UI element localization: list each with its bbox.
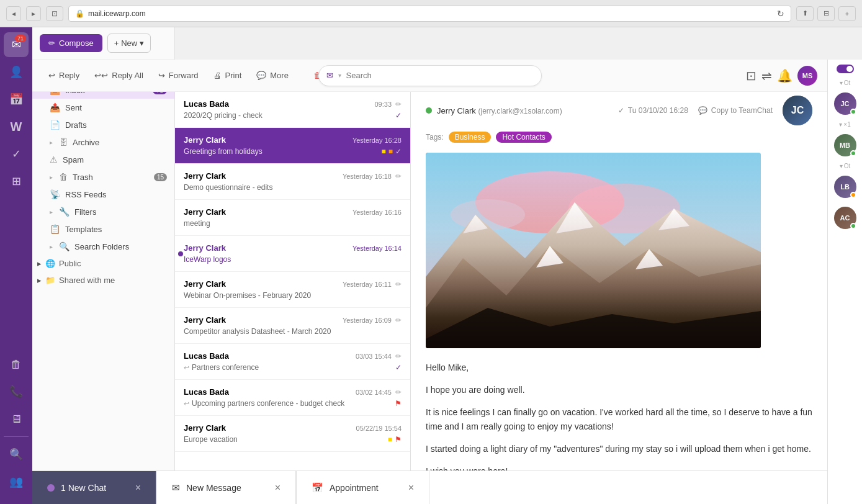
search-input[interactable] [346,71,534,80]
email-time: 03/03 15:44 [356,353,392,360]
sidebar-item-users[interactable]: 👥 [4,469,29,494]
email-subject: Demo questionnaire - edits [184,183,272,192]
section-collapse-1[interactable]: ▾ Ot [840,79,851,86]
appointment-action[interactable]: 📅 Appointment × [296,471,429,504]
email-item[interactable]: Jerry Clark 05/22/19 15:54 Europe vacati… [175,416,410,452]
reply-arrow-icon: ↩ [184,400,189,408]
back-button[interactable]: ◂ [6,6,21,21]
email-item[interactable]: Lucas Bada 03/03 15:44 ✏ ↩ Partners conf… [175,344,410,380]
folder-item-templates[interactable]: 📋 Templates [32,220,174,238]
folder-item-rss[interactable]: 📡 RSS Feeds [32,186,174,203]
email-date-text: Tu 03/10/20 16:28 [628,106,688,115]
new-chat-action[interactable]: 1 New Chat × [32,471,156,504]
edit-icon: ✏ [395,352,402,361]
email-item-unread[interactable]: Jerry Clark Yesterday 16:14 IceWarp logo… [175,236,410,272]
trash-icon: 🗑 [11,358,22,371]
copy-to-chat-button[interactable]: 💬 Copy to TeamChat [698,106,773,115]
compose-button[interactable]: ✏ Compose [40,34,102,52]
email-item[interactable]: Jerry Clark Yesterday 16:16 meeting [175,200,410,236]
sidebar-item-grid[interactable]: ⊞ [4,169,29,194]
folder-item-sent[interactable]: 📤 Sent [32,99,174,116]
share-button[interactable]: ⬆ [796,6,814,21]
sidebar-item-phone[interactable]: 📞 [4,379,29,404]
folder-item-trash[interactable]: ▸ 🗑 Trash 15 [32,168,174,186]
email-item[interactable]: Jerry Clark Yesterday 16:18 ✏ Demo quest… [175,164,410,200]
email-sender: Lucas Bada [184,99,229,109]
edit-icon: ✏ [395,316,402,325]
sidebar-item-contacts[interactable]: 👤 [4,60,29,84]
contact-item-3[interactable]: LB [834,176,856,198]
email-item[interactable]: Jerry Clark Yesterday 16:09 ✏ Competitor… [175,308,410,344]
monitor-icon: 🖥 [11,413,22,426]
section-1-label: Ot [844,79,851,86]
layout-toggle-button[interactable]: ⊡ [746,68,756,83]
filter-toggle-button[interactable]: ⇌ [761,68,772,83]
folder-item-drafts[interactable]: 📄 Drafts [32,116,174,133]
address-bar: 🔒 mail.icewarp.com ↻ [68,6,791,22]
contact-item-1[interactable]: JC [834,92,856,115]
section-collapse-3[interactable]: ▾ Ot [840,163,851,169]
folder-section-public[interactable]: ▸ 🌐 Public [32,255,174,272]
calendar-icon: 📅 [9,92,23,106]
reply-button[interactable]: ↩ Reply [42,67,86,84]
notification-button[interactable]: 🔔 [777,68,792,83]
folder-item-archive[interactable]: ▸ 🗄 Archive [32,133,174,151]
user-avatar[interactable]: MS [797,66,817,86]
sidebar-item-calendar[interactable]: 📅 [4,87,29,112]
email-item[interactable]: Lucas Bada 03/02 14:45 ✏ ↩ Upcoming part… [175,380,410,416]
sidebar-item-tasks[interactable]: W [4,114,29,139]
reply-arrow-icon: ↩ [184,364,189,372]
email-item[interactable]: Lucas Bada 09:33 ✏ 2020/2Q pricing - che… [175,92,410,128]
contacts-toggle[interactable] [837,65,854,73]
email-time: 05/22/19 15:54 [356,425,402,432]
sidebar-item-search[interactable]: 🔍 [4,442,29,467]
message-close-button[interactable]: × [275,482,281,493]
expand-button[interactable]: + [838,6,856,21]
folder-item-search-folders[interactable]: ▸ 🔍 Search Folders [32,238,174,255]
contact-item-2[interactable]: MB [834,134,856,156]
unread-dot [178,251,183,256]
refresh-button[interactable]: ↻ [777,9,784,19]
sidebar-item-monitor[interactable]: 🖥 [4,407,29,431]
section-collapse-2[interactable]: ▾ ×1 [839,121,850,128]
email-sender: Jerry Clark [184,315,226,325]
public-globe-icon: 🌐 [45,259,55,268]
contact-item-4[interactable]: AC [834,207,856,229]
chat-close-button[interactable]: × [135,482,141,493]
sidebar-item-trash[interactable]: 🗑 [4,352,29,377]
email-sender: Jerry Clark [184,135,226,145]
more-button[interactable]: 💬 More [250,67,295,84]
folder-item-spam[interactable]: ⚠ Spam [32,151,174,168]
email-item-selected[interactable]: Jerry Clark Yesterday 16:28 Greetings fr… [175,128,410,164]
tag-hot-contacts[interactable]: Hot Contacts [496,132,551,143]
appointment-label: Appointment [330,483,397,493]
drafts-label: Drafts [65,120,167,130]
email-subject: Webinar On-premises - February 2020 [184,291,311,300]
email-item[interactable]: Jerry Clark Yesterday 16:11 ✏ Webinar On… [175,272,410,308]
reply-icon: ↩ [48,71,55,80]
new-button[interactable]: + New ▾ [107,34,151,53]
appointment-close-button[interactable]: × [408,482,414,493]
body-line3: I started doing a light diary of my "adv… [426,442,812,457]
sidebar-item-check[interactable]: ✓ [4,142,29,166]
folder-section-shared[interactable]: ▸ 📁 Shared with me [32,272,174,289]
filters-icon: 🔧 [59,207,70,217]
plus-icon: + [114,38,119,48]
email-row1: Lucas Bada 03/03 15:44 ✏ [184,351,402,361]
email-row1: Jerry Clark Yesterday 16:18 ✏ [184,171,402,181]
edit-icon: ✏ [395,280,402,289]
minimize-button[interactable]: ⊟ [817,6,835,21]
reply-all-button[interactable]: ↩↩ Reply All [88,67,150,84]
sidebar-toggle-button[interactable]: ⊡ [46,6,63,21]
check-circle-icon: ✓ [12,147,21,161]
forward-button[interactable]: ↪ Forward [152,67,205,84]
folder-item-filters[interactable]: ▸ 🔧 Filters [32,203,174,220]
edit-icon: ✏ [395,172,402,181]
print-button[interactable]: 🖨 Print [207,67,248,84]
email-time: Yesterday 16:28 [352,137,402,144]
tag-business[interactable]: Business [449,132,492,143]
forward-button[interactable]: ▸ [26,6,41,21]
sidebar-item-mail[interactable]: ✉ 71 [4,32,29,57]
new-message-action[interactable]: ✉ New Message × [156,471,296,504]
spam-label: Spam [63,155,167,164]
